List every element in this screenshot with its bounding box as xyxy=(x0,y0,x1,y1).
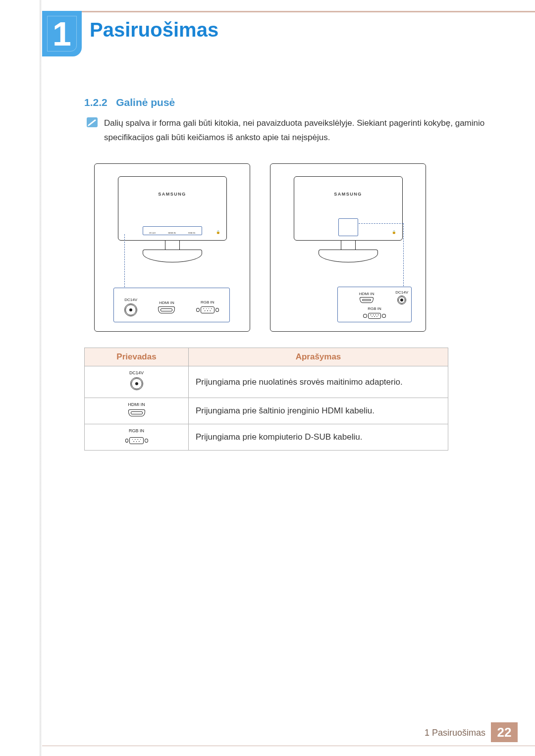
port-desc: Prijungiama prie šaltinio įrenginio HDMI… xyxy=(189,398,448,424)
bottom-rule xyxy=(42,746,535,746)
top-rule xyxy=(42,11,535,12)
diagram-variant-b: SAMSUNG 🔒 HDMI IN DC14V RGB IN xyxy=(270,163,426,332)
left-page-shadow xyxy=(40,0,42,756)
port-callout-vertical: HDMI IN DC14V RGB IN xyxy=(337,287,412,322)
port-hdmi: HDMI IN xyxy=(341,292,392,303)
monitor-brand: SAMSUNG xyxy=(334,192,362,197)
port-rgb: RGB IN xyxy=(341,306,408,320)
footer-caption: 1 Pasiruošimas xyxy=(425,728,485,738)
port-rgb: RGB IN xyxy=(196,300,219,314)
vga-icon xyxy=(125,437,148,445)
monitor-port-row: DC14V HDMI IN RGB IN xyxy=(143,226,202,235)
port-label-rgb: RGB IN xyxy=(85,428,188,433)
ports-description-table: Prievadas Aprašymas DC14V Prijungiama pr… xyxy=(84,348,448,451)
table-row: RGB IN Prijungiama prie kompiuterio D-SU… xyxy=(85,424,448,451)
table-row: DC14V Prijungiama prie nuolatinės srovės… xyxy=(85,366,448,398)
port-dc: DC14V xyxy=(395,290,408,304)
port-callout-horizontal: DC14V HDMI IN RGB IN xyxy=(113,288,230,322)
kensington-lock-icon: 🔒 xyxy=(392,230,396,234)
section-number: 1.2.2 xyxy=(84,97,107,108)
section-heading: 1.2.2 Galinė pusė xyxy=(84,97,175,108)
monitor-outline: SAMSUNG 🔒 xyxy=(294,176,403,262)
port-hdmi: HDMI IN xyxy=(158,301,175,313)
col-header-desc: Aprašymas xyxy=(189,348,448,366)
section-title: Galinė pusė xyxy=(116,97,175,108)
table-row: HDMI IN Prijungiama prie šaltinio įrengi… xyxy=(85,398,448,424)
monitor-brand: SAMSUNG xyxy=(158,192,186,197)
chapter-title: Pasiruošimas xyxy=(90,19,218,41)
diagram-variant-a: SAMSUNG DC14V HDMI IN RGB IN 🔒 DC14V xyxy=(94,163,250,332)
note-icon xyxy=(87,117,98,127)
port-label-dc: DC14V xyxy=(85,370,188,375)
port-label-hdmi: HDMI IN xyxy=(85,402,188,407)
hdmi-icon xyxy=(128,409,145,416)
port-dc: DC14V xyxy=(124,298,137,316)
page-number: 22 xyxy=(491,722,518,742)
dc-jack-icon xyxy=(130,377,143,390)
note-text: Dalių spalva ir forma gali būti kitokia,… xyxy=(104,116,490,145)
kensington-lock-icon: 🔒 xyxy=(216,230,220,234)
monitor-outline: SAMSUNG DC14V HDMI IN RGB IN 🔒 xyxy=(118,176,227,262)
port-desc: Prijungiama prie nuolatinės srovės maiti… xyxy=(189,366,448,398)
port-desc: Prijungiama prie kompiuterio D-SUB kabel… xyxy=(189,424,448,451)
monitor-port-vertical xyxy=(338,218,358,236)
chapter-number-badge: 1 xyxy=(42,11,82,56)
rear-diagram: SAMSUNG DC14V HDMI IN RGB IN 🔒 DC14V xyxy=(84,158,448,339)
col-header-port: Prievadas xyxy=(85,348,189,366)
